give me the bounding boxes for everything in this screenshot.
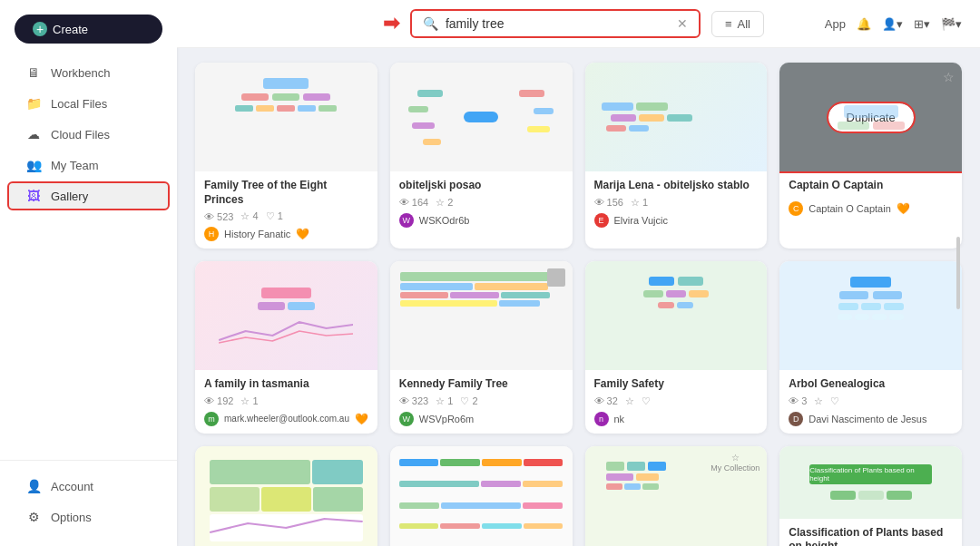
search-area: ➡ 🔍 ✕ ≡ All (322, 9, 825, 38)
views: 👁 192 (204, 395, 233, 406)
stars: ☆ 2 (436, 197, 453, 209)
author-avatar: W (399, 412, 414, 426)
card-author: W WSVpRo6m (399, 412, 564, 426)
card-author: C Captain O Captain 🧡 (789, 201, 953, 216)
stars: ☆ 4 (240, 210, 258, 222)
plants-pill (830, 491, 856, 500)
workbench-icon: 🖥 (25, 65, 42, 80)
card-info: obiteljski posao 👁 164 ☆ 2 W WSKOdr6b (390, 171, 573, 235)
card-title: Family Tree of the Eight Princes (204, 179, 368, 207)
card-thumb (390, 446, 573, 546)
sidebar-item-label: Gallery (51, 190, 88, 203)
card-plants: Classification of Plants based on height… (779, 446, 962, 546)
filter-button[interactable]: ≡ All (711, 11, 764, 37)
sidebar-item-my-team[interactable]: 👥 My Team (7, 151, 170, 180)
views: 👁 156 (594, 197, 623, 208)
author-avatar: W (399, 213, 414, 228)
card-thumb (585, 63, 768, 171)
author-avatar: H (204, 227, 219, 241)
author-name: Davi Nascimento de Jesus (808, 414, 926, 424)
search-input[interactable] (446, 16, 670, 31)
user-icon[interactable]: 👤▾ (882, 17, 903, 31)
likes: ♡ (830, 395, 839, 407)
views: 👁 323 (399, 395, 428, 406)
card-title: A family in tasmania (204, 377, 368, 392)
card-meta: 👁 192 ☆ 1 (204, 395, 368, 407)
card-title: Marija Lena - obiteljsko stablo (594, 179, 759, 193)
my-collection-label[interactable]: ☆ My Collection (710, 452, 760, 474)
card-genogram: ☆ My Collection (585, 446, 768, 546)
sidebar-nav: 🖥 Workbench 📁 Local Files ☁ Cloud Files … (0, 58, 177, 460)
card-info: Family Tree of the Eight Princes 👁 523 ☆… (195, 171, 377, 249)
plants-pill (887, 491, 912, 500)
search-clear-icon[interactable]: ✕ (677, 16, 688, 31)
notification-icon[interactable]: 🔔 (857, 17, 871, 31)
stars: ☆ 1 (631, 197, 648, 209)
favorite-icon[interactable]: ☆ (943, 70, 955, 84)
card-typical-tree-map: Typical Tree Map Template 👁 117 ☆ 3 W WS… (390, 446, 573, 546)
author-name: WSKOdr6b (419, 215, 470, 226)
grid-icon[interactable]: ⊞▾ (914, 17, 930, 31)
sidebar-item-account[interactable]: 👤 Account (7, 472, 170, 501)
cloud-files-icon: ☁ (25, 127, 42, 141)
sidebar-item-local-files[interactable]: 📁 Local Files (7, 89, 170, 118)
search-arrow-icon: ➡ (383, 12, 399, 35)
card-arbol: Arbol Genealogica 👁 3 ☆ ♡ D Davi Nascime… (779, 261, 962, 434)
scroll-indicator (956, 237, 960, 309)
sidebar-item-workbench[interactable]: 🖥 Workbench (7, 58, 170, 87)
author-name: WSVpRo6m (419, 414, 475, 424)
card-marija-lena: Marija Lena - obiteljsko stablo 👁 156 ☆ … (585, 63, 768, 249)
stars: ☆ (625, 395, 634, 407)
card-title: Family Safety (594, 377, 759, 392)
views: 👁 3 (789, 395, 807, 406)
author-name: nk (614, 414, 625, 424)
local-files-icon: 📁 (25, 96, 42, 111)
topbar-right: App 🔔 👤▾ ⊞▾ 🏁▾ (825, 17, 962, 31)
gallery-grid: Family Tree of the Eight Princes 👁 523 ☆… (195, 63, 962, 546)
author-avatar: D (789, 412, 803, 426)
card-title: Classification of Plants based on height (789, 526, 953, 546)
likes: ♡ 1 (266, 210, 283, 222)
sidebar-item-label: My Team (51, 159, 99, 172)
create-label: Create (53, 23, 88, 36)
author-name: mark.wheeler@outlook.com.au (224, 414, 349, 424)
stars: ☆ 1 (436, 395, 453, 407)
card-info: A family in tasmania 👁 192 ☆ 1 m mark.wh… (195, 370, 377, 434)
card-info: Captain O Captain C Captain O Captain 🧡 (779, 171, 962, 223)
card-thumb (390, 261, 573, 370)
main-content: ➡ 🔍 ✕ ≡ All App 🔔 👤▾ ⊞▾ 🏁▾ (177, 0, 980, 546)
card-tasmania: A family in tasmania 👁 192 ☆ 1 m mark.wh… (195, 261, 377, 434)
card-title: Kennedy Family Tree (399, 377, 564, 392)
card-title: Captain O Captain (789, 179, 953, 193)
card-thumb (390, 63, 573, 171)
views: 👁 164 (399, 197, 428, 208)
card-kennedy: Kennedy Family Tree 👁 323 ☆ 1 ♡ 2 W WSVp… (390, 261, 573, 434)
sidebar-item-gallery[interactable]: 🖼 Gallery (7, 181, 170, 210)
gallery-content: Family Tree of the Eight Princes 👁 523 ☆… (177, 48, 980, 546)
card-family-safety: Family Safety 👁 32 ☆ ♡ n nk (585, 261, 768, 434)
views: 👁 523 (204, 211, 233, 222)
search-box: 🔍 ✕ (410, 9, 701, 38)
author-emoji: 🧡 (897, 202, 910, 215)
card-thumb (195, 63, 377, 171)
card-title: obiteljski posao (399, 179, 564, 193)
likes: ♡ (642, 395, 651, 407)
card-info: Arbol Genealogica 👁 3 ☆ ♡ D Davi Nascime… (779, 370, 962, 434)
author-avatar: m (204, 412, 219, 426)
sidebar-item-label: Options (51, 511, 92, 524)
create-button[interactable]: + Create (15, 15, 162, 44)
card-author: W WSKOdr6b (399, 213, 564, 228)
card-meta: 👁 164 ☆ 2 (399, 197, 564, 209)
card-thumb: ☆ My Collection (585, 446, 768, 546)
card-author: E Elvira Vujcic (594, 213, 759, 228)
author-name: History Fanatic (224, 229, 290, 239)
sidebar-item-cloud-files[interactable]: ☁ Cloud Files (7, 120, 170, 149)
card-captain: ➡ Duplicate ☆ Captain O Captain (779, 63, 962, 249)
views: 👁 32 (594, 395, 618, 406)
flag-icon[interactable]: 🏁▾ (941, 17, 962, 31)
sidebar-item-options[interactable]: ⚙ Options (7, 502, 170, 531)
filter-lines-icon: ≡ (725, 17, 732, 31)
likes: ♡ 2 (460, 395, 477, 407)
app-label[interactable]: App (825, 17, 846, 31)
sidebar-item-label: Local Files (51, 97, 107, 111)
